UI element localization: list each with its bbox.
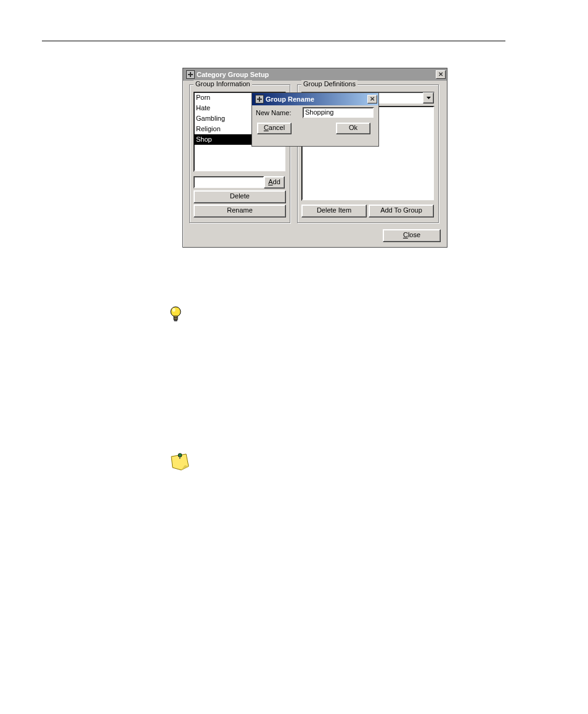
window-system-icon: [255, 95, 264, 103]
close-icon[interactable]: ✕: [436, 70, 446, 79]
new-name-input[interactable]: Shopping: [303, 107, 374, 118]
new-name-label: New Name:: [256, 109, 291, 116]
close-icon[interactable]: ✕: [367, 95, 377, 103]
delete-button[interactable]: Delete: [194, 190, 286, 203]
horizontal-divider: [42, 41, 505, 41]
lightbulb-icon: [169, 306, 182, 324]
window-title: Category Group Setup: [197, 71, 436, 78]
svg-point-2: [173, 308, 176, 312]
group-rename-dialog: Group Rename ✕ New Name: Shopping Cancel…: [251, 92, 379, 147]
svg-point-1: [171, 307, 181, 317]
add-button[interactable]: Add: [264, 176, 285, 189]
titlebar-main[interactable]: Category Group Setup ✕: [183, 68, 447, 81]
sticky-note-icon: [169, 452, 191, 471]
svg-marker-0: [427, 97, 431, 99]
svg-rect-5: [174, 320, 177, 321]
rename-button[interactable]: Rename: [194, 205, 286, 217]
chevron-down-icon[interactable]: [423, 92, 434, 103]
cancel-button[interactable]: Cancel: [257, 123, 292, 134]
titlebar-rename[interactable]: Group Rename ✕: [252, 93, 378, 105]
window-system-icon: [186, 70, 195, 79]
add-to-group-button[interactable]: Add To Group: [369, 205, 434, 217]
group-information-legend: Group Information: [194, 80, 252, 87]
svg-rect-9: [179, 455, 181, 459]
close-button[interactable]: Close: [383, 229, 441, 242]
group-definitions-legend: Group Definitions: [301, 80, 357, 87]
ok-button[interactable]: Ok: [336, 123, 370, 134]
delete-item-button[interactable]: Delete Item: [301, 205, 367, 217]
rename-dialog-title: Group Rename: [266, 95, 367, 103]
svg-rect-4: [174, 318, 178, 320]
new-group-input[interactable]: [194, 176, 264, 189]
svg-rect-3: [174, 316, 178, 318]
